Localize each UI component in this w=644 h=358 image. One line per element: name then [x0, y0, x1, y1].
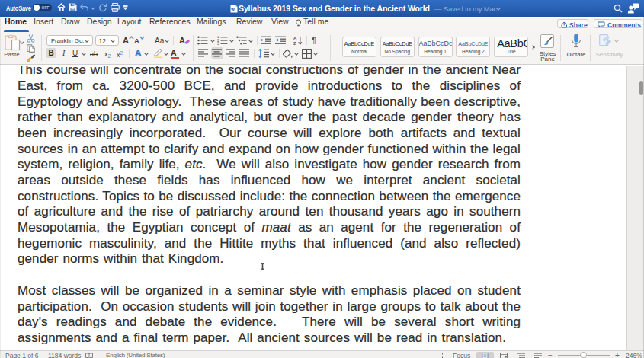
svg-text:Z: Z — [293, 41, 296, 46]
svg-text:A: A — [293, 36, 297, 40]
svg-text:3: 3 — [217, 42, 219, 45]
